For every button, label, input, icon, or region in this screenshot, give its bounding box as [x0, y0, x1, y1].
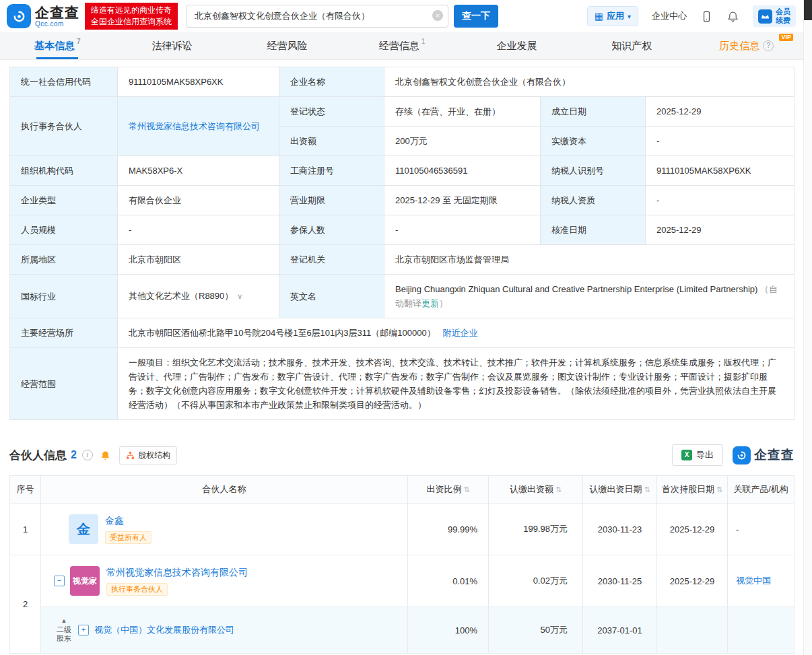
tab-intellectual-property[interactable]: 知识产权 — [574, 32, 689, 59]
chevron-down-icon[interactable]: ∨ — [237, 292, 242, 300]
sub-shareholder-name-link[interactable]: 视觉（中国）文化发展股份有限公司 — [94, 624, 234, 636]
slogan-line1: 缔造有远见的商业传奇 — [91, 5, 172, 16]
translate-update-link[interactable]: 更新 — [421, 298, 439, 308]
value-executive-partner: 常州视觉家信息技术咨询有限公司 — [118, 97, 279, 156]
beneficial-owner-tag: 受益所有人 — [105, 531, 151, 544]
partner-first-date: 2025-12-29 — [657, 504, 728, 555]
column-header-partner-name: 合伙人名称 — [41, 476, 408, 504]
scrollbar[interactable] — [803, 0, 812, 655]
partner-row: 1 金 金鑫 受益所有人 99.99% — [10, 504, 794, 555]
partner-name-link[interactable]: 金鑫 — [105, 515, 124, 527]
subscribe-bell-icon[interactable] — [100, 450, 111, 461]
clear-icon[interactable]: × — [432, 10, 443, 21]
value-insured-count: - — [384, 215, 541, 245]
sub-shareholder-first-date — [657, 607, 728, 654]
partners-table: 序号 合伙人名称 出资比例⇅ 认缴出资额⇅ 认缴出资日期⇅ 首次持股日期⇅ 关联… — [9, 475, 794, 654]
label-staff-size: 人员规模 — [10, 215, 118, 245]
chevron-down-icon: ▾ — [628, 13, 631, 20]
tab-history-info[interactable]: VIP 历史信息 ? — [689, 32, 804, 59]
sort-icon[interactable]: ⇅ — [644, 485, 650, 493]
tab-enterprise-development[interactable]: 企业发展 — [459, 32, 574, 59]
qcc-logo-icon — [733, 446, 751, 464]
label-reg-status: 登记状态 — [279, 97, 384, 127]
shareholder-group[interactable]: ▲ 二级股东 — [54, 617, 74, 643]
partner-first-date: 2025-12-29 — [657, 555, 728, 607]
label-reg-authority: 登记机关 — [279, 245, 384, 275]
notification-bell-icon[interactable] — [726, 10, 739, 23]
sort-icon[interactable]: ⇅ — [716, 485, 722, 493]
excel-icon: X — [681, 450, 692, 460]
sub-shareholder-name-cell: ▲ 二级股东 + 视觉（中国）文化发展股份有限公司 — [41, 607, 408, 654]
sub-shareholder-ratio: 100% — [408, 607, 489, 654]
mobile-app-icon[interactable] — [700, 10, 713, 23]
expand-button[interactable]: + — [78, 625, 89, 635]
tab-operation-risk[interactable]: 经营风险 — [230, 32, 345, 59]
value-establish-date: 2025-12-29 — [646, 97, 794, 127]
label-industry: 国标行业 — [10, 275, 118, 318]
column-header-first-date[interactable]: 首次持股日期⇅ — [657, 476, 728, 504]
grid-icon: ▦ — [595, 11, 603, 21]
value-company-type: 有限合伙企业 — [118, 186, 279, 215]
sort-icon[interactable]: ⇅ — [463, 485, 469, 493]
collapse-arrow-icon[interactable]: ▲ — [54, 617, 74, 624]
tab-operation-info[interactable]: 经营信息1 — [345, 32, 460, 59]
label-english-name: 英文名 — [279, 275, 384, 318]
equity-structure-button[interactable]: 股权结构 — [119, 446, 177, 464]
value-taxpayer-id: 91110105MAK58XP6XK — [646, 156, 794, 186]
label-establish-date: 成立日期 — [541, 97, 646, 127]
label-capital: 出资额 — [279, 127, 384, 156]
equity-structure-icon — [126, 451, 135, 460]
related-product-link[interactable]: 视觉中国 — [736, 576, 771, 586]
enterprise-center-link[interactable]: 企业中心 — [652, 10, 687, 22]
partner-name-link[interactable]: 常州视觉家信息技术咨询有限公司 — [106, 567, 248, 579]
vip-badge: VIP — [779, 34, 793, 41]
column-header-sub-date[interactable]: 认缴出资日期⇅ — [583, 476, 657, 504]
slogan-banner: 缔造有远见的商业传奇 全国企业信用查询系统 — [85, 3, 178, 30]
value-company-name: 北京创鑫智权文化创意合伙企业（有限合伙） — [384, 67, 794, 97]
value-org-code: MAK58XP6-X — [118, 156, 279, 186]
help-icon[interactable]: ? — [763, 40, 774, 51]
apps-menu-button[interactable]: ▦ 应用 ▾ — [587, 6, 638, 26]
nearby-companies-link[interactable]: 附近企业 — [442, 328, 477, 338]
partner-ratio: 99.99% — [408, 504, 489, 555]
value-reg-status: 存续（在营、开业、在册） — [384, 97, 541, 127]
partner-related: 视觉中国 — [728, 555, 794, 607]
sub-shareholder-amount: 50万元 — [489, 607, 583, 654]
tab-bar: 基本信息7 法律诉讼 经营风险 经营信息1 企业发展 知识产权 VIP 历史信息… — [0, 32, 804, 60]
search-input[interactable] — [186, 5, 448, 28]
value-taxpayer-quality: - — [646, 186, 794, 215]
logo-domain-text: Qcc.com — [35, 21, 79, 28]
value-paid-capital: - — [646, 127, 794, 156]
label-approval-date: 核准日期 — [541, 215, 646, 245]
label-paid-capital: 实缴资本 — [541, 127, 646, 156]
column-header-ratio[interactable]: 出资比例⇅ — [408, 476, 489, 504]
sort-icon[interactable]: ⇅ — [555, 485, 562, 493]
partner-avatar[interactable]: 金 — [69, 514, 98, 544]
logo-text: 企查查 Qcc.com — [35, 5, 79, 28]
watermark-brand-text: 企查查 — [754, 446, 794, 464]
executive-partner-link[interactable]: 常州视觉家信息技术咨询有限公司 — [129, 121, 260, 131]
tab-legal-litigation[interactable]: 法律诉讼 — [115, 32, 230, 59]
info-icon[interactable]: i — [82, 450, 93, 460]
vip-renew-button[interactable]: 会员 续费 — [753, 5, 796, 27]
partner-no: 1 — [10, 504, 41, 555]
qcc-logo-icon — [7, 4, 31, 28]
top-header: 企查查 Qcc.com 缔造有远见的商业传奇 全国企业信用查询系统 × 查一下 … — [0, 0, 812, 32]
value-approval-date: 2025-12-29 — [646, 215, 794, 245]
active-tab-indicator — [36, 57, 78, 59]
partner-avatar[interactable]: 视觉家 — [70, 566, 100, 596]
value-credit-code: 91110105MAK58XP6XK — [118, 67, 279, 97]
partner-sub-date: 2030-11-23 — [583, 504, 657, 555]
partner-row: 2 − 视觉家 常州视觉家信息技术咨询有限公司 执行事务合伙人 — [10, 555, 794, 607]
scrollbar-thumb[interactable] — [804, 0, 812, 20]
tab-basic-info[interactable]: 基本信息7 — [0, 32, 115, 59]
search-button[interactable]: 查一下 — [454, 5, 498, 28]
label-company-type: 企业类型 — [10, 186, 118, 215]
column-header-no: 序号 — [10, 476, 41, 504]
collapse-button[interactable]: − — [54, 576, 65, 586]
column-header-amount[interactable]: 认缴出资额⇅ — [489, 476, 583, 504]
export-button[interactable]: X 导出 — [672, 444, 723, 466]
qcc-logo[interactable]: 企查查 Qcc.com — [7, 4, 79, 28]
label-business-term: 营业期限 — [279, 186, 384, 215]
label-insured-count: 参保人数 — [279, 215, 384, 245]
